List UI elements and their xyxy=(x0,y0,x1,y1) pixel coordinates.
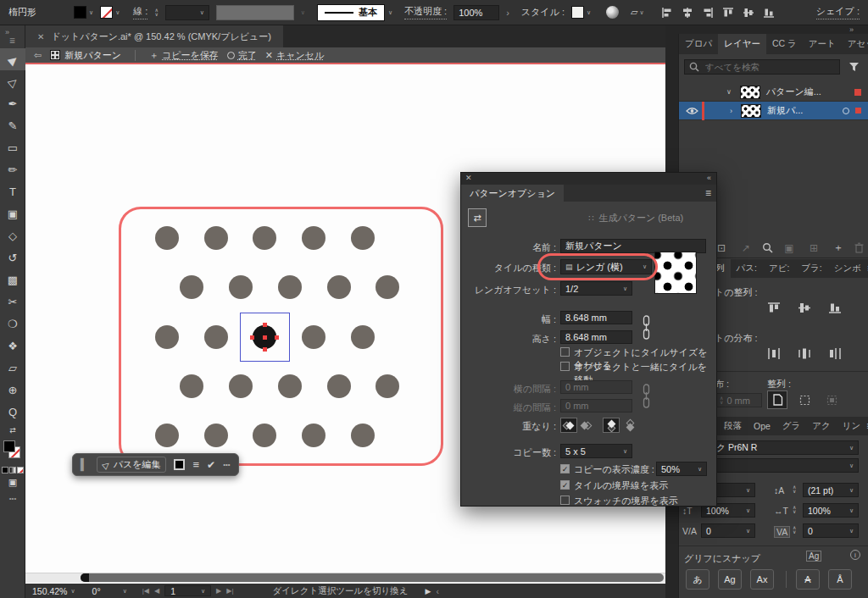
panel-close-icon[interactable]: ✕ xyxy=(465,174,472,182)
leading-dropdown[interactable]: (21 pt) xyxy=(803,483,859,497)
opacity-field[interactable]: 100% xyxy=(453,5,499,20)
distribute-hcenter-icon[interactable] xyxy=(798,347,811,360)
tab-cc-libraries[interactable]: CC ラ xyxy=(766,34,803,54)
next-artboard-icon[interactable]: ▶ xyxy=(216,587,221,595)
layers-search-box[interactable] xyxy=(684,59,840,75)
tracking-dropdown[interactable]: 0 xyxy=(803,523,859,538)
chevron-right-icon[interactable]: › xyxy=(730,107,732,115)
align-top-icon[interactable] xyxy=(722,7,734,19)
zoom-tool[interactable]: Q xyxy=(0,401,25,423)
anchor-right[interactable] xyxy=(275,335,279,340)
show-swatch-bounds-checkbox[interactable] xyxy=(560,496,570,505)
shape-builder-tool[interactable]: ⊕ xyxy=(0,379,25,401)
snap-option-angle-button[interactable]: A xyxy=(796,569,820,590)
fit-tile-checkbox[interactable] xyxy=(560,347,570,357)
target-circle-icon[interactable] xyxy=(843,108,849,114)
edit-path-button[interactable]: ▷ パスを編集 xyxy=(97,457,166,473)
anchor-left[interactable] xyxy=(250,335,254,340)
clipping-mask-icon[interactable]: ▣ xyxy=(781,242,798,254)
pattern-dot[interactable] xyxy=(253,424,276,447)
pattern-dot[interactable] xyxy=(376,374,399,398)
stroke-options-icon[interactable]: ≡ xyxy=(192,458,199,471)
move-tile-checkbox[interactable] xyxy=(560,362,570,371)
tab-symbols[interactable]: シンボ xyxy=(828,258,867,279)
pattern-tile-tool-button[interactable]: ⇄ xyxy=(468,208,487,227)
tab-paragraph[interactable]: 段落 xyxy=(718,416,748,436)
pattern-dot[interactable] xyxy=(155,424,179,447)
prev-artboard-icon[interactable]: ◀ xyxy=(154,587,159,595)
artboard-number-dropdown[interactable]: 1∨ xyxy=(164,585,211,596)
selection-color-chip[interactable] xyxy=(855,108,861,114)
pattern-dot[interactable] xyxy=(351,424,375,447)
overlap-bottom-front-button[interactable] xyxy=(621,418,638,433)
new-sublayer-icon[interactable]: ⊞ xyxy=(805,242,822,254)
gradient-tool[interactable]: ▩ xyxy=(0,269,25,291)
layer-row-new-pattern[interactable]: › 新規パ... xyxy=(679,102,868,120)
stroke-style-dropdown[interactable]: 基本 ∨ xyxy=(317,4,392,21)
tab-assets[interactable]: アセッ xyxy=(842,34,868,54)
align-vtop-icon[interactable] xyxy=(767,302,781,314)
first-artboard-icon[interactable]: |◀ xyxy=(142,587,149,595)
pattern-dot[interactable] xyxy=(204,325,228,349)
pattern-dot[interactable] xyxy=(155,226,179,250)
tab-links[interactable]: リン xyxy=(837,416,867,436)
status-collapse-icon[interactable]: ‹ xyxy=(436,586,439,596)
pattern-options-menu-icon[interactable]: ≡ xyxy=(705,187,711,199)
last-artboard-icon[interactable]: ▶| xyxy=(226,587,233,595)
generate-pattern-button[interactable]: ∷ 生成パターン (Beta) xyxy=(588,212,683,224)
fill-swatch[interactable] xyxy=(74,6,86,19)
tab-glyphs[interactable]: グラ xyxy=(776,416,807,436)
document-tab[interactable]: ✕ ドットパターン.ai* @ 150.42 % (CMYK/プレビュー) xyxy=(25,25,283,47)
paintbrush-tool[interactable]: ✏ xyxy=(0,158,25,180)
new-layer-icon[interactable]: ＋ xyxy=(830,241,847,255)
tab-artboards[interactable]: アート xyxy=(803,34,842,54)
horizontal-scale-stepper[interactable] xyxy=(793,506,796,514)
tab-layers[interactable]: レイヤー xyxy=(718,34,766,54)
pattern-dot[interactable] xyxy=(327,374,351,398)
gradient-mode-icon[interactable] xyxy=(9,467,16,473)
filter-funnel-icon[interactable] xyxy=(849,62,860,72)
anchor-center[interactable] xyxy=(263,335,267,340)
pattern-dot[interactable] xyxy=(253,226,276,250)
tracking-stepper[interactable] xyxy=(793,526,796,534)
draw-mode-icon[interactable]: ▣ xyxy=(0,473,25,490)
stroke-color-picker[interactable]: ∨ xyxy=(100,6,120,19)
brick-offset-dropdown[interactable]: 1/2 xyxy=(560,281,632,296)
leading-stepper[interactable] xyxy=(793,485,796,494)
pattern-dot[interactable] xyxy=(302,226,326,250)
rotate-view-tool[interactable]: ↺ xyxy=(0,246,25,269)
blend-tool[interactable]: ❖ xyxy=(0,335,25,357)
exit-pattern-mode-icon[interactable]: ⇦ xyxy=(34,50,42,61)
taskbar-grip[interactable]: ▍ xyxy=(81,458,89,471)
cancel-button[interactable]: ✕ キャンセル xyxy=(265,49,325,62)
pattern-dot[interactable] xyxy=(376,275,399,299)
tab-close-icon[interactable]: ✕ xyxy=(37,32,44,42)
layer-thumbnail[interactable] xyxy=(741,104,761,118)
status-play-icon[interactable]: ▶ xyxy=(425,587,431,595)
fill-stroke-indicator[interactable] xyxy=(0,438,25,463)
info-icon[interactable]: i xyxy=(850,550,860,560)
stroke-weight-label[interactable]: 線 : xyxy=(133,5,147,19)
horizontal-scale-dropdown[interactable]: 100% xyxy=(803,503,859,518)
tools-expand-icon[interactable]: » xyxy=(0,25,25,36)
rotation-dropdown[interactable]: 0°∨ xyxy=(92,586,127,596)
curvature-tool[interactable]: ✎ xyxy=(0,114,25,136)
pattern-dot[interactable] xyxy=(302,424,326,447)
pattern-dot[interactable] xyxy=(204,226,228,250)
fill-indicator[interactable] xyxy=(3,440,15,452)
overlap-right-front-button[interactable] xyxy=(579,418,596,433)
align-vcenter-icon[interactable] xyxy=(743,7,754,19)
align-left-icon[interactable] xyxy=(661,7,673,19)
search-input[interactable] xyxy=(704,61,822,73)
tab-pathfinder[interactable]: パス: xyxy=(731,258,763,279)
snap-option-baseline-button[interactable]: Ag xyxy=(718,569,742,590)
tab-appearance[interactable]: アピ: xyxy=(763,258,795,279)
save-copy-button[interactable]: ＋ コピーを保存 xyxy=(149,49,219,62)
stroke-weight-field[interactable]: ∨ xyxy=(165,5,209,20)
width-profile-dropdown[interactable] xyxy=(216,5,294,20)
document-setup-dropdown[interactable]: ▱∨ xyxy=(631,7,644,18)
align-to-key-object-button[interactable] xyxy=(821,390,842,409)
snap-glyph-badge-icon[interactable]: Ag xyxy=(806,551,821,562)
taskbar-more-icon[interactable]: ••• xyxy=(223,461,230,468)
snap-option-xheight-button[interactable]: Ax xyxy=(750,569,774,590)
